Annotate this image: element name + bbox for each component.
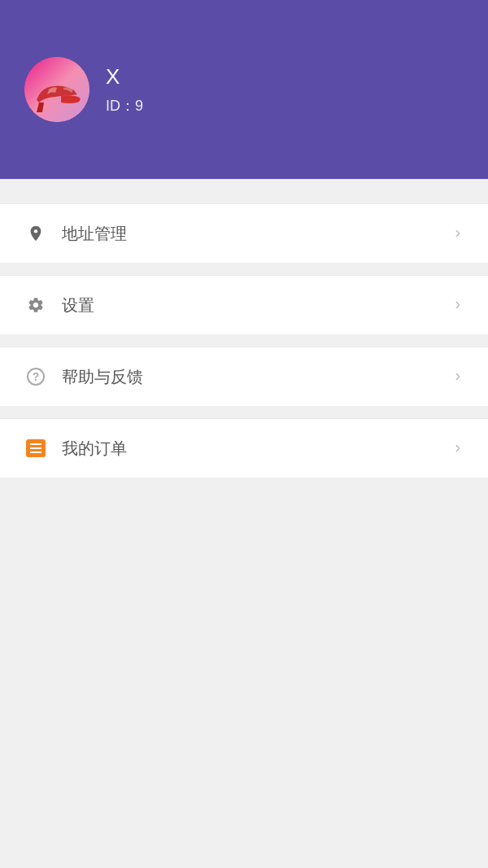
username: X: [106, 64, 143, 89]
menu-group-address: 地址管理: [0, 203, 488, 263]
help-label: 帮助与反馈: [62, 366, 452, 388]
gear-icon: [24, 294, 47, 316]
orders-label: 我的订单: [62, 438, 452, 460]
orders-icon: [24, 437, 47, 460]
help-circle-icon: ?: [27, 368, 45, 386]
settings-label: 设置: [62, 294, 452, 316]
orders-chevron-icon: [452, 439, 464, 458]
help-icon: ?: [24, 365, 47, 388]
orders-box-icon: [26, 439, 46, 457]
menu-group-help: ? 帮助与反馈: [0, 347, 488, 406]
user-info: X ID：9: [106, 64, 143, 116]
address-label: 地址管理: [62, 223, 452, 245]
help-chevron-icon: [452, 368, 464, 386]
user-id: ID：9: [106, 96, 143, 116]
location-icon: [24, 222, 47, 245]
menu-group-settings: 设置: [0, 275, 488, 334]
menu-group-orders: 我的订单: [0, 418, 488, 478]
address-chevron-icon: [452, 225, 464, 243]
menu-item-orders[interactable]: 我的订单: [0, 418, 488, 478]
menu-item-settings[interactable]: 设置: [0, 275, 488, 334]
profile-header: X ID：9: [0, 0, 488, 179]
menu-item-help[interactable]: ? 帮助与反馈: [0, 347, 488, 406]
menu-item-address[interactable]: 地址管理: [0, 203, 488, 263]
menu-section: 地址管理 设置 ?: [0, 179, 488, 514]
avatar[interactable]: [24, 57, 89, 122]
settings-chevron-icon: [452, 296, 464, 315]
